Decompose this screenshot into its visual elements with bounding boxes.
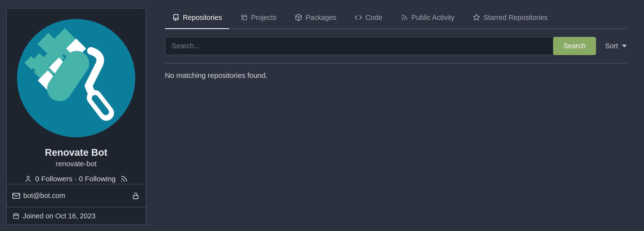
joined-text: Joined on Oct 16, 2023 bbox=[23, 212, 96, 220]
main-content: Repositories Projects Packages Code bbox=[165, 0, 627, 80]
repo-search-row: Search Sort bbox=[165, 37, 627, 55]
tab-starred-repositories[interactable]: Starred Repositories bbox=[466, 6, 555, 29]
email-address[interactable]: bot@bot.com bbox=[23, 192, 65, 200]
tab-label: Starred Repositories bbox=[484, 14, 548, 22]
search-input[interactable] bbox=[165, 37, 555, 55]
chevron-down-icon bbox=[622, 45, 627, 47]
followers-row: 0 Followers · 0 Following bbox=[6, 175, 146, 183]
profile-display-name: Renovate Bot bbox=[6, 147, 146, 157]
sort-dropdown[interactable]: Sort bbox=[605, 37, 627, 55]
followers-text: 0 Followers · 0 Following bbox=[35, 175, 116, 183]
tab-projects[interactable]: Projects bbox=[233, 6, 284, 29]
email-row: bot@bot.com bbox=[6, 184, 146, 207]
list-divider bbox=[165, 63, 627, 64]
profile-card: Renovate Bot renovate-bot 0 Followers · … bbox=[6, 8, 146, 225]
tab-packages[interactable]: Packages bbox=[288, 6, 344, 29]
unlock-icon bbox=[131, 191, 140, 200]
star-icon bbox=[473, 14, 480, 21]
calendar-icon bbox=[12, 212, 20, 219]
profile-meta: bot@bot.com Joined on Oct 16, 2023 bbox=[6, 184, 146, 224]
tab-label: Repositories bbox=[183, 14, 222, 22]
project-icon bbox=[240, 14, 248, 21]
code-icon bbox=[355, 14, 362, 21]
person-icon bbox=[24, 175, 32, 183]
tab-label: Packages bbox=[306, 14, 336, 22]
email-visibility-button[interactable] bbox=[131, 191, 140, 200]
tab-label: Public Activity bbox=[412, 14, 454, 22]
profile-username: renovate-bot bbox=[6, 160, 146, 167]
search-button[interactable]: Search bbox=[553, 37, 596, 55]
tab-repositories[interactable]: Repositories bbox=[165, 6, 229, 29]
mail-icon bbox=[12, 192, 20, 200]
rss-icon bbox=[120, 175, 128, 183]
renovate-bot-avatar bbox=[17, 19, 135, 137]
avatar-wrap bbox=[6, 19, 146, 137]
tab-label: Projects bbox=[251, 14, 276, 22]
empty-state-message: No matching repositories found. bbox=[165, 71, 627, 80]
tab-public-activity[interactable]: Public Activity bbox=[394, 6, 462, 29]
sort-label: Sort bbox=[605, 42, 618, 50]
package-icon bbox=[295, 14, 302, 21]
followers-rss-link[interactable] bbox=[120, 175, 128, 183]
joined-row: Joined on Oct 16, 2023 bbox=[6, 207, 146, 224]
rss-icon bbox=[401, 14, 408, 21]
tab-code[interactable]: Code bbox=[348, 6, 390, 29]
tab-label: Code bbox=[366, 14, 382, 22]
repo-icon bbox=[172, 14, 180, 21]
profile-tabbar: Repositories Projects Packages Code bbox=[165, 6, 627, 29]
